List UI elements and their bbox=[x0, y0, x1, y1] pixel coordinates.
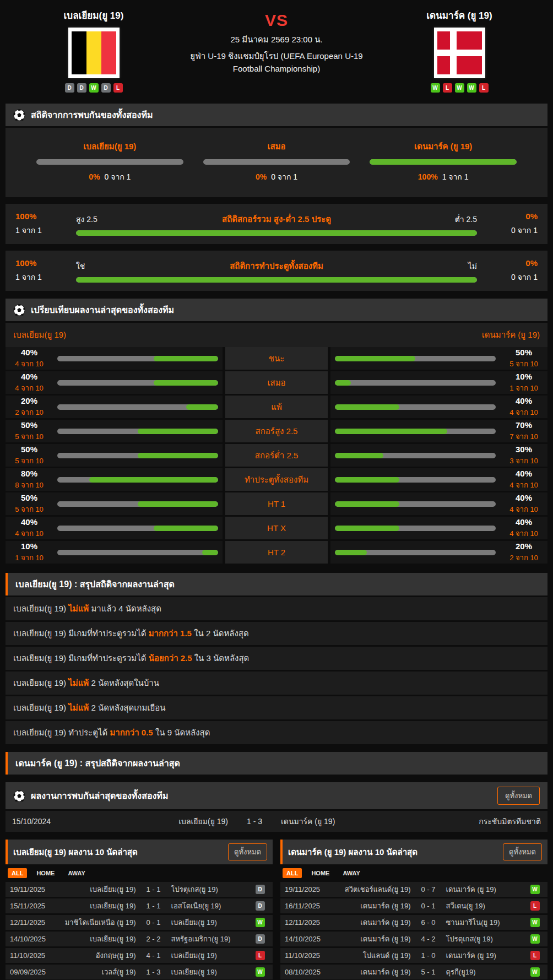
tab-all[interactable]: ALL bbox=[283, 868, 302, 878]
away-count: 3 จาก 10 bbox=[509, 455, 538, 467]
comparison-label: สกอร์ต่ำ 2.5 bbox=[223, 444, 330, 467]
h2h-away-col: เดนมาร์ค (ยู 19) 100%1 จาก 1 bbox=[370, 140, 517, 183]
comparison-label: สกอร์สูง 2.5 bbox=[223, 420, 330, 442]
result-badge: W bbox=[530, 934, 540, 944]
away-team: เบลเยียม(ยู 19) bbox=[167, 950, 252, 961]
tab-home[interactable]: HOME bbox=[32, 868, 58, 878]
home-pct: 50% bbox=[21, 445, 37, 454]
home-summary-header: เบลเยียม(ยู 19) : สรุปสถิติจากผลงานล่าสุ… bbox=[6, 573, 547, 595]
match-date: 15/11/2025 bbox=[10, 902, 55, 910]
result-badge: L bbox=[530, 951, 540, 960]
home-count: 1 จาก 10 bbox=[15, 552, 44, 564]
tab-away[interactable]: AWAY bbox=[339, 868, 364, 878]
tab-home[interactable]: HOME bbox=[307, 868, 333, 878]
summary-item: เบลเยียม(ยู 19) ไม่แพ้ 2 นัดหลังสุดในบ้า… bbox=[6, 672, 547, 695]
h2h-col-label: เบลเยียม(ยู 19) bbox=[36, 140, 183, 153]
away-pct: 40% bbox=[516, 493, 532, 502]
home-pct: 10% bbox=[21, 542, 37, 551]
away-form-badges: W L W W L bbox=[431, 83, 489, 93]
comparison-row: 80%8 จาก 10 ทำประตูทั้งสองทีม 40%4 จาก 1… bbox=[6, 468, 547, 492]
match-date: 11/10/2025 bbox=[285, 951, 330, 960]
summary-item: เบลเยียม(ยู 19) ไม่แพ้ มาแล้ว 4 นัดหลังส… bbox=[6, 597, 547, 620]
soccer-ball-icon bbox=[13, 109, 25, 121]
h2h-away-count: 1 จาก 1 bbox=[442, 172, 469, 181]
btts-no-label: ไม่ bbox=[323, 260, 477, 272]
h2h-win-band: เบลเยียม(ยู 19) 0%0 จาก 1 เสมอ 0%0 จาก 1… bbox=[6, 128, 547, 197]
view-all-button[interactable]: ดูทั้งหมด bbox=[503, 843, 542, 860]
result-row: 08/10/2025เดนมาร์ค (ยู 19)5 - 1ตุรกี(ยู1… bbox=[280, 965, 547, 980]
match-date: 08/10/2025 bbox=[285, 968, 330, 976]
result-badge: W bbox=[256, 918, 265, 927]
home-team: เดนมาร์ค (ยู 19) bbox=[330, 900, 415, 912]
home-count: 4 จาก 10 bbox=[15, 382, 44, 394]
summary-item: เบลเยียม(ยู 19) ไม่แพ้ 2 นัดหลังสุดเกมเย… bbox=[6, 696, 547, 719]
h2h-draw-pct: 0% bbox=[256, 172, 267, 181]
ou-bar bbox=[76, 230, 477, 236]
h2h-stats-header: สถิติจากการพบกันของทั้งสองทีม bbox=[6, 104, 547, 126]
home-pct: 40% bbox=[21, 517, 37, 527]
away-bar bbox=[335, 356, 496, 361]
tab-all[interactable]: ALL bbox=[8, 868, 27, 878]
h2h-draw-bar bbox=[203, 159, 350, 165]
form-badge: W bbox=[431, 83, 440, 93]
ou-title: สถิติสกอร์รวม สูง-ต่ำ 2.5 ประตู bbox=[222, 213, 331, 226]
ou-over-label: สูง 2.5 bbox=[76, 213, 222, 225]
over-under-band: 100% 1 จาก 1 สูง 2.5 สถิติสกอร์รวม สูง-ต… bbox=[6, 204, 547, 244]
view-all-button[interactable]: ดูทั้งหมด bbox=[497, 787, 540, 805]
h2h-result-row: 15/10/2024 เบลเยียม(ยู 19) 1 - 3 เดนมาร์… bbox=[6, 811, 547, 832]
away-bar bbox=[335, 501, 496, 507]
score: 1 - 3 bbox=[234, 817, 275, 826]
result-badge: W bbox=[530, 918, 540, 927]
recent-form-tables: เบลเยียม(ยู 19) ผลงาน 10 นัดล่าสุด ดูทั้… bbox=[6, 840, 547, 980]
h2h-results-header: ผลงานการพบกันล่าสุดของทั้งสองทีม ดูทั้งห… bbox=[6, 782, 547, 809]
btts-right-pct: 0% bbox=[487, 258, 538, 268]
home-count: 5 จาก 10 bbox=[15, 503, 44, 515]
home-team-name: เบลเยียม(ยู 19) bbox=[64, 8, 124, 23]
away-summary-header: เดนมาร์ค (ยู 19) : สรุปสถิติจากผลงานล่าส… bbox=[6, 752, 547, 775]
away-team: เดนมาร์ค (ยู 19) bbox=[275, 815, 414, 827]
form-badge: L bbox=[113, 83, 123, 93]
score: 1 - 0 bbox=[415, 951, 442, 960]
away-pct: 40% bbox=[516, 396, 532, 405]
summary-highlight: น้อยกว่า 2.5 bbox=[149, 653, 192, 663]
section-title: สถิติจากการพบกันของทั้งสองทีม bbox=[31, 108, 153, 122]
score: 0 - 7 bbox=[415, 885, 442, 894]
away-bar bbox=[335, 429, 496, 434]
home-bar bbox=[57, 380, 218, 386]
comparison-label: HT 1 bbox=[223, 492, 330, 515]
comparison-row: 50%5 จาก 10 สกอร์ต่ำ 2.5 30%3 จาก 10 bbox=[6, 444, 547, 468]
away-team-block: เดนมาร์ค (ยู 19) W L W W L bbox=[388, 8, 531, 93]
away-pct: 40% bbox=[516, 517, 532, 527]
h2h-home-pct: 0% bbox=[89, 172, 100, 181]
home-form-badges: D D W D L bbox=[65, 83, 123, 93]
denmark-flag-icon bbox=[437, 31, 482, 74]
home-recent-table: เบลเยียม(ยู 19) ผลงาน 10 นัดล่าสุด ดูทั้… bbox=[6, 840, 273, 980]
away-pct: 10% bbox=[516, 372, 532, 381]
score: 4 - 2 bbox=[415, 935, 442, 943]
home-pct: 50% bbox=[21, 493, 37, 502]
home-team-block: เบลเยียม(ยู 19) D D W D L bbox=[22, 8, 165, 93]
away-pct: 50% bbox=[516, 348, 532, 357]
btts-band: 100% 1 จาก 1 ใช่ สถิติการทำประตูทั้งสองท… bbox=[6, 251, 547, 291]
tab-away[interactable]: AWAY bbox=[64, 868, 89, 878]
result-badge: W bbox=[530, 967, 540, 977]
home-team: เดนมาร์ค (ยู 19) bbox=[330, 966, 415, 978]
summary-item: เบลเยียม(ยู 19) ทำประตูได้ มากกว่า 0.5 ใ… bbox=[6, 721, 547, 744]
result-row: 14/10/2025เบลเยียม(ยู 19)2 - 2สหรัฐอเมริ… bbox=[6, 932, 273, 948]
vs-label: VS bbox=[265, 11, 288, 30]
result-badge: D bbox=[256, 934, 265, 944]
h2h-home-count: 0 จาก 1 bbox=[105, 172, 131, 181]
score: 2 - 2 bbox=[140, 935, 167, 943]
home-count: 4 จาก 10 bbox=[15, 358, 44, 370]
form-badge: L bbox=[443, 83, 452, 93]
away-recent-header: เดนมาร์ค (ยู 19) ผลงาน 10 นัดล่าสุด ดูทั… bbox=[280, 840, 547, 864]
h2h-draw-count: 0 จาก 1 bbox=[271, 172, 297, 181]
comparison-row: 40%4 จาก 10 เสมอ 10%1 จาก 10 bbox=[6, 371, 547, 396]
form-badge: D bbox=[65, 83, 74, 93]
home-team: เวลส์(ยู 19) bbox=[55, 966, 140, 978]
home-bar bbox=[57, 526, 218, 531]
home-pct: 40% bbox=[21, 372, 37, 381]
result-row: 12/11/2025เดนมาร์ค (ยู 19)6 - 0ซานมารีโน… bbox=[280, 915, 547, 932]
view-all-button[interactable]: ดูทั้งหมด bbox=[228, 843, 267, 860]
result-badge: D bbox=[256, 885, 265, 894]
